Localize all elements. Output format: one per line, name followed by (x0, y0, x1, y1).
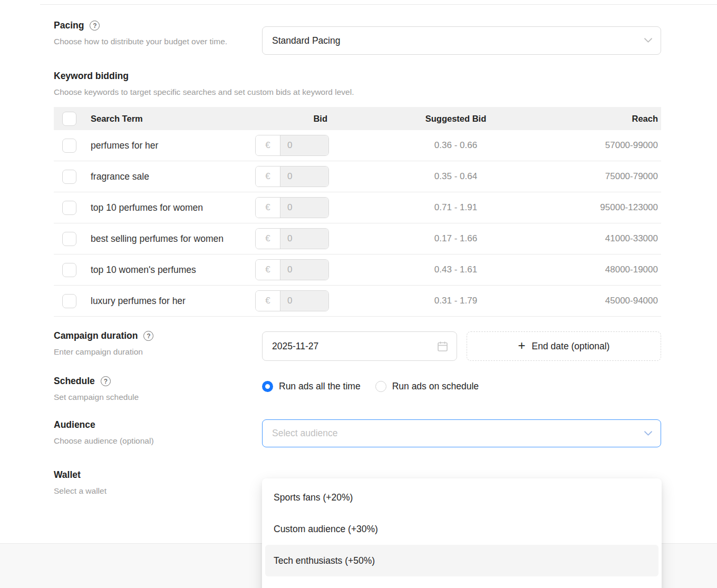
bid-input[interactable] (280, 291, 328, 311)
pacing-select[interactable]: Standard Pacing (262, 26, 661, 55)
row-checkbox[interactable] (62, 139, 76, 153)
row-checkbox[interactable] (62, 232, 76, 246)
keyword-row: fragrance sale € 0.35 - 0.64 75000-79000 (54, 161, 661, 192)
euro-currency-prefix: € (256, 260, 280, 280)
reach-value: 41000-33000 (583, 233, 661, 244)
suggested-bid: 0.36 - 0.66 (329, 140, 583, 151)
duration-controls: 2025-11-27 + End date (optional) (262, 331, 661, 361)
search-term: top 10 women's perfumes (79, 261, 229, 279)
audience-control-column: Select audience (262, 419, 661, 447)
reach-value: 57000-99000 (583, 140, 661, 151)
plus-icon: + (518, 339, 526, 352)
campaign-duration-help-icon[interactable]: ? (143, 331, 153, 341)
column-header-bid: Bid (255, 114, 329, 124)
wallet-label-column: Wallet Select a wallet (54, 469, 262, 498)
suggested-bid: 0.35 - 0.64 (329, 171, 583, 182)
audience-select[interactable]: Select audience (262, 419, 661, 447)
end-date-button[interactable]: + End date (optional) (467, 331, 661, 361)
select-all-checkbox[interactable] (62, 112, 76, 126)
euro-currency-prefix: € (256, 166, 280, 187)
audience-label-column: Audience Choose audience (optional) (54, 419, 262, 448)
column-header-search-term: Search Term (79, 110, 255, 128)
schedule-help-icon[interactable]: ? (101, 376, 111, 386)
question-mark-glyph: ? (93, 22, 96, 30)
bid-input[interactable] (280, 166, 328, 187)
radio-run-ads-on-schedule[interactable]: Run ads on schedule (375, 381, 479, 392)
bid-input[interactable] (280, 229, 328, 249)
bid-input-group: € (255, 197, 329, 218)
schedule-section: Schedule ? Set campaign schedule Run ads… (54, 376, 661, 405)
search-term: best selling perfumes for women (79, 230, 229, 248)
form-content: Pacing ? Choose how to distribute your b… (54, 0, 661, 498)
bid-input[interactable] (280, 198, 328, 218)
pacing-help-icon[interactable]: ? (90, 21, 100, 31)
bid-input-group: € (255, 228, 329, 249)
start-date-value: 2025-11-27 (272, 341, 437, 352)
keyword-row: perfumes for her € 0.36 - 0.66 57000-990… (54, 130, 661, 161)
wallet-heading: Wallet (54, 469, 81, 481)
search-term: perfumes for her (79, 137, 229, 154)
row-checkbox[interactable] (62, 294, 76, 308)
schedule-heading: Schedule (54, 376, 95, 387)
question-mark-glyph: ? (147, 332, 150, 340)
keyword-table-header: Search Term Bid Suggested Bid Reach (54, 107, 661, 130)
euro-currency-prefix: € (256, 135, 280, 155)
row-checkbox[interactable] (62, 170, 76, 184)
search-term: fragrance sale (79, 168, 229, 185)
search-term: luxury perfumes for her (79, 292, 229, 310)
keyword-row: top 10 perfumes for women € 0.71 - 1.91 … (54, 192, 661, 223)
euro-currency-prefix: € (256, 291, 280, 311)
suggested-bid: 0.31 - 1.79 (329, 296, 583, 306)
suggested-bid: 0.43 - 1.61 (329, 264, 583, 275)
campaign-duration-heading: Campaign duration (54, 330, 138, 341)
radio-label: Run ads on schedule (392, 381, 479, 392)
keyword-row: top 10 women's perfumes € 0.43 - 1.61 48… (54, 254, 661, 286)
bid-input[interactable] (280, 260, 328, 280)
bid-input-group: € (255, 259, 329, 280)
wallet-description: Select a wallet (54, 483, 262, 498)
euro-currency-prefix: € (256, 229, 280, 249)
suggested-bid: 0.17 - 1.66 (329, 233, 583, 244)
search-term: top 10 perfumes for women (79, 199, 229, 217)
keyword-bidding-section: Keyword bidding Choose keywords to targe… (54, 71, 661, 317)
pacing-control-column: Standard Pacing (262, 20, 661, 55)
audience-heading: Audience (54, 419, 95, 430)
duration-label-column: Campaign duration ? Enter campaign durat… (54, 330, 262, 359)
radio-circle (375, 381, 386, 392)
reach-value: 48000-19000 (583, 264, 661, 275)
suggested-bid: 0.71 - 1.91 (329, 202, 583, 213)
reach-value: 95000-123000 (583, 202, 661, 213)
question-mark-glyph: ? (104, 378, 108, 385)
bid-input-group: € (255, 135, 329, 156)
bid-input-group: € (255, 290, 329, 311)
pacing-heading: Pacing (54, 20, 84, 31)
pacing-label-column: Pacing ? Choose how to distribute your b… (54, 20, 262, 49)
schedule-description: Set campaign schedule (54, 389, 262, 405)
reach-value: 45000-94000 (583, 296, 661, 306)
pacing-section: Pacing ? Choose how to distribute your b… (54, 20, 661, 55)
chevron-down-icon (644, 38, 652, 43)
audience-section: Audience Choose audience (optional) Sele… (54, 419, 661, 448)
calendar-icon (437, 341, 448, 352)
audience-option-tech-enthusiasts[interactable]: Tech enthusiasts (+50%) (265, 545, 658, 576)
audience-option-custom-audience[interactable]: Custom audience (+30%) (265, 513, 658, 545)
campaign-duration-description: Enter campaign duration (54, 344, 262, 359)
keyword-row: best selling perfumes for women € 0.17 -… (54, 223, 661, 254)
reach-value: 75000-79000 (583, 171, 661, 182)
column-header-reach: Reach (583, 114, 661, 124)
radio-run-ads-all-time[interactable]: Run ads all the time (262, 381, 361, 392)
bid-input-group: € (255, 166, 329, 187)
chevron-down-icon (644, 431, 652, 436)
schedule-label-column: Schedule ? Set campaign schedule (54, 376, 262, 405)
row-checkbox[interactable] (62, 201, 76, 215)
radio-label: Run ads all the time (279, 381, 361, 392)
end-date-button-label: End date (optional) (532, 341, 610, 352)
bid-input[interactable] (280, 135, 328, 155)
row-checkbox[interactable] (62, 263, 76, 277)
start-date-input[interactable]: 2025-11-27 (262, 331, 457, 361)
schedule-radio-group: Run ads all the time Run ads on schedule (262, 381, 661, 392)
keyword-row: luxury perfumes for her € 0.31 - 1.79 45… (54, 286, 661, 317)
audience-option-sports-fans[interactable]: Sports fans (+20%) (265, 482, 658, 513)
keyword-bidding-description: Choose keywords to target specific searc… (54, 84, 661, 100)
pacing-select-value: Standard Pacing (272, 35, 644, 46)
